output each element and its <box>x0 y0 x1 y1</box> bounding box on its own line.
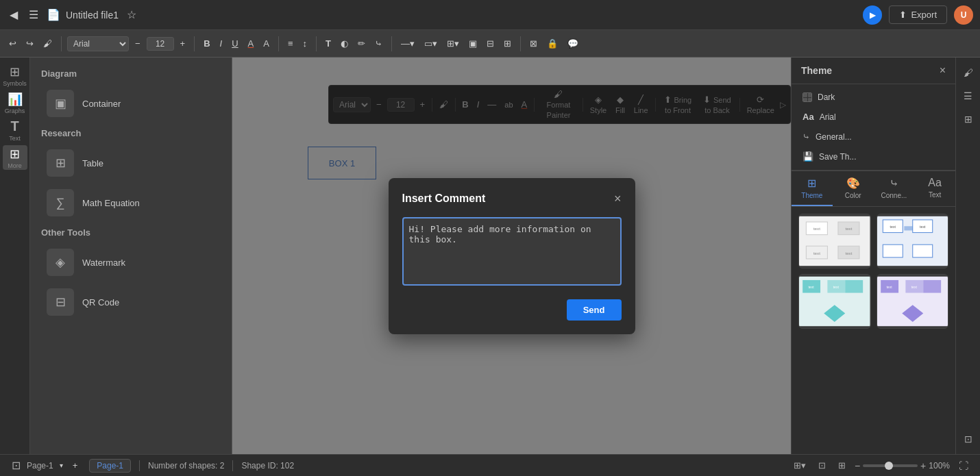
back-button[interactable]: ◀ <box>7 5 21 24</box>
more-button[interactable]: ⊞ More <box>3 145 27 170</box>
rs-title: Theme <box>801 65 832 76</box>
text-button[interactable]: T Text <box>3 118 27 142</box>
frs-layers-button[interactable]: ☰ <box>959 86 978 105</box>
dark-option[interactable]: Dark <box>798 90 948 105</box>
frs-bottom-button[interactable]: ⊡ <box>959 429 978 449</box>
theme-card-2[interactable]: text text <box>877 214 949 268</box>
menu-button[interactable]: ☰ <box>26 5 41 24</box>
svg-text:text: text <box>845 226 852 231</box>
color-tab-icon: 🎨 <box>846 177 860 190</box>
send-button[interactable]: Send <box>567 299 622 321</box>
connector-tab-label: Conne... <box>881 192 907 199</box>
font-increase-button[interactable]: + <box>177 36 189 51</box>
tab-connector[interactable]: ⤷ Conne... <box>874 171 915 206</box>
split-button[interactable]: ⊞ <box>500 36 515 51</box>
left-sidebar: Diagram ▣ Container Research ⊞ Table ∑ M… <box>30 58 232 454</box>
align-button[interactable]: ≡ <box>284 36 297 51</box>
font-color-button[interactable]: A <box>245 36 258 51</box>
arial-aa-icon: Aa <box>803 112 814 122</box>
paint-button[interactable]: 🖌 <box>40 36 56 51</box>
font-select[interactable]: Arial Times New Roman Helvetica <box>67 36 129 51</box>
arial-option[interactable]: Aa Arial <box>798 109 948 125</box>
icon-strip: ⊞ Symbols 📊 Graphs T Text ⊞ More <box>0 58 30 454</box>
dark-icon <box>803 92 812 102</box>
color-tab-label: Color <box>845 192 861 199</box>
highlight-button[interactable]: ◐ <box>337 36 352 51</box>
line-spacing-button[interactable]: ↕ <box>299 36 311 51</box>
line-style-button[interactable]: —▾ <box>397 36 418 51</box>
zoom-out-button[interactable]: − <box>855 460 860 471</box>
right-sidebar: Theme × Dark Aa Arial <box>791 58 955 454</box>
modal-close-button[interactable]: × <box>614 192 622 206</box>
page-selector: ⊡ Page-1 ▾ + <box>8 457 81 474</box>
view-button[interactable]: ⊞ <box>835 458 849 473</box>
svg-text:text: text <box>813 226 820 231</box>
pen-button[interactable]: ✏ <box>354 36 369 51</box>
symbols-button[interactable]: ⊞ Symbols <box>3 63 27 88</box>
graphs-button[interactable]: 📊 Graphs <box>3 90 27 115</box>
font-size-input[interactable] <box>147 37 174 51</box>
frs-paint-button[interactable]: 🖌 <box>959 63 978 82</box>
bold-button[interactable]: B <box>200 36 213 51</box>
lock-button[interactable]: 🔒 <box>543 36 561 51</box>
tab-theme[interactable]: ⊞ Theme <box>792 171 833 206</box>
fullscreen-button[interactable]: ⛶ <box>955 458 972 473</box>
underline-button[interactable]: U <box>228 36 241 51</box>
theme-card-1[interactable]: text text text text <box>798 214 871 268</box>
qr-code-item[interactable]: ⊟ QR Code <box>36 283 226 321</box>
insert-comment-modal: Insert Comment × Send <box>389 178 635 334</box>
shape-id: Shape ID: 102 <box>241 461 294 471</box>
zoom-slider[interactable] <box>863 464 918 467</box>
container-button[interactable]: ▣ <box>465 36 480 51</box>
zoom-value: 100% <box>929 461 950 471</box>
italic-button[interactable]: I <box>217 36 226 51</box>
frs-grid-button[interactable]: ⊞ <box>959 110 978 129</box>
theme-card-4[interactable]: text text <box>877 274 949 329</box>
more-icon: ⊞ <box>10 147 20 162</box>
comment-button[interactable]: 💬 <box>564 36 582 51</box>
comment-textarea[interactable] <box>402 217 622 286</box>
text-bg-button[interactable]: A <box>260 36 273 51</box>
modal-overlay: Insert Comment × Send <box>232 58 791 454</box>
math-equation-item[interactable]: ∑ Math Equation <box>36 184 226 222</box>
qr-code-icon: ⊟ <box>47 288 74 316</box>
tab-color[interactable]: 🎨 Color <box>833 171 874 206</box>
border-style-button[interactable]: ▭▾ <box>421 36 441 51</box>
redo-button[interactable]: ↪ <box>23 36 37 51</box>
active-page-tab[interactable]: Page-1 <box>89 459 131 473</box>
canvas-inner[interactable]: Arial − + 🖌 B I — ab A 🖌 Format Painter <box>232 58 791 454</box>
graphs-icon: 📊 <box>8 92 23 107</box>
text-format-button[interactable]: T <box>322 36 334 51</box>
save-theme-label: Save Th... <box>819 152 856 162</box>
rs-close-button[interactable]: × <box>940 64 946 77</box>
canvas-area[interactable]: Arial − + 🖌 B I — ab A 🖌 Format Painter <box>232 58 791 454</box>
avatar: U <box>954 5 973 25</box>
theme-card-3[interactable]: text text <box>798 274 871 329</box>
page-layout-button[interactable]: ⊡ <box>8 457 24 474</box>
merge-button[interactable]: ⊟ <box>483 36 498 51</box>
format-button[interactable]: ⊠ <box>526 36 541 51</box>
table-style-button[interactable]: ⊞▾ <box>443 36 463 51</box>
fit-button[interactable]: ⊡ <box>815 458 829 473</box>
top-bar: ◀ ☰ 📄 Untitled file1 ☆ ▶ ⬆ Export U <box>0 0 980 30</box>
table-item[interactable]: ⊞ Table <box>36 144 226 182</box>
undo-button[interactable]: ↩ <box>5 36 20 51</box>
svg-text:text: text <box>920 225 926 229</box>
far-right-strip: 🖌 ☰ ⊞ ⊡ <box>955 58 980 454</box>
tab-text[interactable]: Aa Text <box>914 171 955 206</box>
font-decrease-button[interactable]: − <box>132 36 144 51</box>
star-button[interactable]: ☆ <box>124 5 139 24</box>
play-button[interactable]: ▶ <box>863 5 882 25</box>
connector-button[interactable]: ⤷ <box>371 36 386 51</box>
save-theme-option[interactable]: 💾 Save Th... <box>798 149 948 164</box>
page-dropdown-button[interactable]: ▾ <box>56 460 66 471</box>
container-item[interactable]: ▣ Container <box>36 84 226 123</box>
general-option[interactable]: ⤷ General... <box>798 129 948 145</box>
layers-button[interactable]: ⊞▾ <box>790 458 809 473</box>
watermark-item[interactable]: ◈ Watermark <box>36 243 226 281</box>
math-equation-label: Math Equation <box>82 198 140 208</box>
add-page-button[interactable]: + <box>69 458 82 473</box>
zoom-in-button[interactable]: + <box>920 460 926 471</box>
arial-label: Arial <box>820 112 836 122</box>
export-button[interactable]: ⬆ Export <box>889 5 947 24</box>
